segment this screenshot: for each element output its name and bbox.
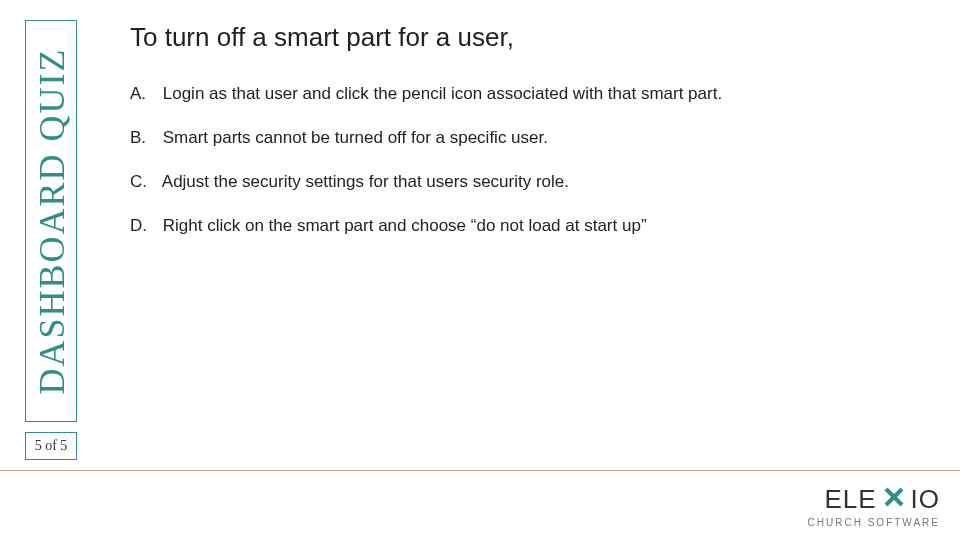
main-content: To turn off a smart part for a user, A. … [130, 22, 930, 259]
question-text: To turn off a smart part for a user, [130, 22, 930, 53]
slide-counter-text: 5 of 5 [35, 438, 68, 454]
sidebar-title: DASHBOARD QUIZ [30, 47, 72, 394]
option-label: D. [130, 215, 158, 237]
x-mark-icon [883, 484, 905, 515]
option-c: C. Adjust the security settings for that… [130, 171, 930, 193]
option-text: Right click on the smart part and choose… [163, 216, 647, 235]
option-label: B. [130, 127, 158, 149]
brand-logo-tagline: CHURCH SOFTWARE [808, 517, 940, 528]
brand-logo-name: ELE IO [808, 484, 940, 515]
option-label: A. [130, 83, 158, 105]
option-text: Adjust the security settings for that us… [162, 172, 569, 191]
footer-divider [0, 470, 960, 471]
option-b: B. Smart parts cannot be turned off for … [130, 127, 930, 149]
option-text: Login as that user and click the pencil … [163, 84, 722, 103]
option-d: D. Right click on the smart part and cho… [130, 215, 930, 237]
option-label: C. [130, 171, 158, 193]
sidebar-title-box: DASHBOARD QUIZ [25, 20, 77, 422]
slide-counter: 5 of 5 [25, 432, 77, 460]
option-text: Smart parts cannot be turned off for a s… [163, 128, 548, 147]
brand-logo: ELE IO CHURCH SOFTWARE [808, 484, 940, 528]
option-a: A. Login as that user and click the penc… [130, 83, 930, 105]
brand-logo-text-before: ELE [824, 484, 876, 515]
brand-logo-text-after: IO [911, 484, 940, 515]
